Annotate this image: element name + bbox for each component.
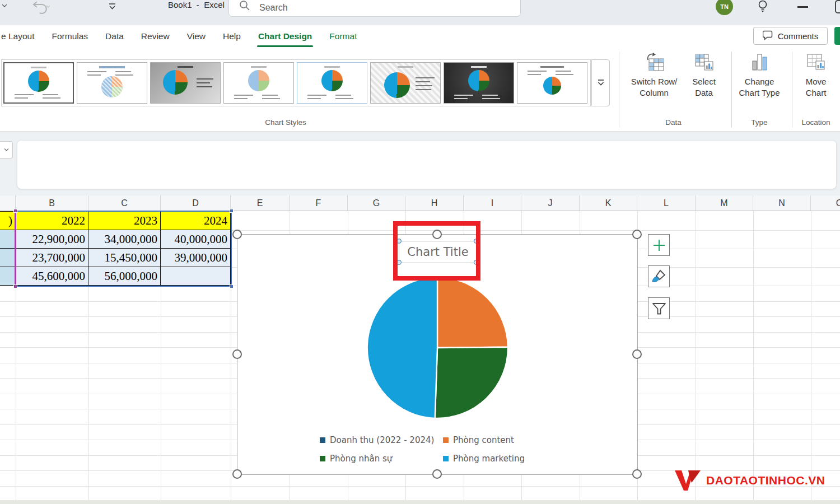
lightbulb-icon[interactable]: [757, 0, 768, 17]
chart-style-7[interactable]: [444, 62, 514, 104]
title-resize-handle[interactable]: [396, 260, 402, 265]
title-resize-handle[interactable]: [474, 260, 479, 265]
search-input[interactable]: Search: [228, 0, 521, 17]
chart-style-3[interactable]: [150, 62, 221, 104]
legend-label: Phòng marketing: [453, 454, 525, 464]
chart-resize-handle[interactable]: [632, 469, 642, 479]
sheet-cell[interactable]: 45,600,000: [16, 267, 88, 286]
chart-style-1[interactable]: [3, 62, 74, 104]
quick-access-chevron-icon[interactable]: [1, 1, 8, 11]
sheet-cell[interactable]: 34,000,000: [88, 230, 161, 249]
gridline: [811, 211, 811, 500]
sheet-cell[interactable]: 39,000,000: [161, 249, 231, 267]
name-box-chevron[interactable]: [0, 141, 13, 158]
watermark: DAOTAOTINHOC.VN: [674, 468, 825, 493]
gallery-more-button[interactable]: [591, 59, 610, 106]
column-header-M[interactable]: M: [696, 195, 753, 211]
tab-help[interactable]: Help: [223, 25, 241, 48]
change-chart-type-button[interactable]: ChangeChart Type: [734, 52, 785, 99]
select-data-button[interactable]: SelectData: [687, 52, 721, 99]
tab-data[interactable]: Data: [105, 25, 124, 48]
excel-window: Book1 - Excel Search TN e LayoutFormulas…: [0, 0, 840, 504]
chart-resize-handle[interactable]: [432, 230, 442, 239]
sheet-cell[interactable]: [0, 267, 16, 286]
chart-resize-handle[interactable]: [632, 230, 642, 239]
column-header-D[interactable]: D: [161, 195, 231, 211]
chart-filters-button[interactable]: [648, 297, 670, 319]
pie-slice-2[interactable]: [435, 347, 508, 418]
formula-bar[interactable]: [17, 140, 837, 189]
column-header-H[interactable]: H: [405, 195, 464, 211]
chart-resize-handle[interactable]: [432, 469, 442, 479]
minimize-button[interactable]: [797, 6, 808, 8]
sheet-cell[interactable]: [0, 249, 16, 267]
legend-item[interactable]: Phòng content: [443, 435, 525, 445]
chart-resize-handle[interactable]: [232, 349, 242, 359]
pie-slice-1[interactable]: [437, 277, 508, 348]
share-button-partial[interactable]: [834, 27, 840, 45]
account-avatar[interactable]: TN: [716, 0, 733, 15]
chart-style-8[interactable]: [517, 62, 587, 104]
chart-title-box[interactable]: Chart Title: [399, 241, 477, 263]
tab-e-layout[interactable]: e Layout: [1, 25, 34, 48]
column-header-B[interactable]: B: [16, 195, 88, 211]
tab-format[interactable]: Format: [329, 25, 357, 48]
column-header-L[interactable]: L: [637, 195, 696, 211]
legend-item[interactable]: Doanh thu (2022 - 2024): [320, 435, 443, 445]
search-icon: [239, 0, 250, 13]
tab-chart-design[interactable]: Chart Design: [258, 25, 312, 48]
legend-item[interactable]: Phòng marketing: [443, 454, 525, 464]
chart-style-6[interactable]: [370, 62, 441, 104]
chart-resize-handle[interactable]: [232, 230, 242, 239]
customize-toolbar-icon[interactable]: [108, 2, 116, 13]
chart-resize-handle[interactable]: [632, 349, 642, 359]
legend-item[interactable]: Phòng nhân sự: [320, 454, 443, 464]
sheet-cell[interactable]: 2023: [88, 211, 161, 230]
sheet-cell[interactable]: [161, 267, 231, 286]
undo-icon[interactable]: [31, 0, 50, 17]
column-header-K[interactable]: K: [580, 195, 637, 211]
chart-style-4[interactable]: [223, 62, 294, 104]
column-header-F[interactable]: F: [290, 195, 348, 211]
sheet-cell[interactable]: 22,900,000: [16, 230, 88, 249]
sheet-cell[interactable]: 2022: [16, 211, 88, 230]
pie-slice-3[interactable]: [367, 277, 437, 418]
pie-chart[interactable]: [366, 276, 509, 419]
move-chart-button[interactable]: MoveChart: [796, 52, 836, 99]
switch-row-column-button[interactable]: Switch Row/Column: [623, 52, 685, 99]
chart-style-2[interactable]: [77, 62, 147, 104]
chart-legend[interactable]: Doanh thu (2022 - 2024)Phòng contentPhòn…: [320, 435, 525, 464]
workbook-title: Book1 - Excel: [168, 0, 225, 10]
change-chart-type-icon: [749, 52, 770, 72]
column-header-I[interactable]: I: [464, 195, 521, 211]
column-header-C[interactable]: C: [88, 195, 161, 211]
restore-button-partial[interactable]: [835, 0, 840, 13]
sheet-cell[interactable]: 23,700,000: [16, 249, 88, 267]
chart-style-5[interactable]: [297, 62, 367, 104]
column-header-J[interactable]: J: [521, 195, 580, 211]
chart-styles-button[interactable]: [648, 265, 670, 287]
column-header-partial[interactable]: [0, 195, 16, 211]
comments-button[interactable]: Comments: [753, 27, 828, 45]
sheet-cell[interactable]: 2024: [161, 211, 231, 230]
chart-area[interactable]: Chart Title Doanh thu (2022 - 2024)Phòng…: [237, 234, 638, 475]
tab-formulas[interactable]: Formulas: [52, 25, 88, 48]
column-header-E[interactable]: E: [231, 195, 290, 211]
sheet-cell[interactable]: ): [0, 211, 16, 230]
column-header-N[interactable]: N: [753, 195, 811, 211]
chart-title[interactable]: Chart Title: [407, 245, 468, 259]
column-header-G[interactable]: G: [348, 195, 405, 211]
title-resize-handle[interactable]: [474, 239, 479, 244]
chart-resize-handle[interactable]: [232, 469, 242, 479]
sheet-cell[interactable]: [0, 230, 16, 249]
sheet-cell[interactable]: 40,000,000: [161, 230, 231, 249]
tab-view[interactable]: View: [187, 25, 206, 48]
more-styles-icon: [596, 78, 605, 87]
sheet-cell[interactable]: 56,000,000: [88, 267, 161, 286]
title-resize-handle[interactable]: [396, 239, 402, 244]
sheet-cell[interactable]: 15,450,000: [88, 249, 161, 267]
tab-review[interactable]: Review: [141, 25, 170, 48]
gridline: [231, 211, 231, 500]
chart-elements-button[interactable]: [648, 234, 670, 256]
column-header-O[interactable]: O: [811, 195, 840, 211]
